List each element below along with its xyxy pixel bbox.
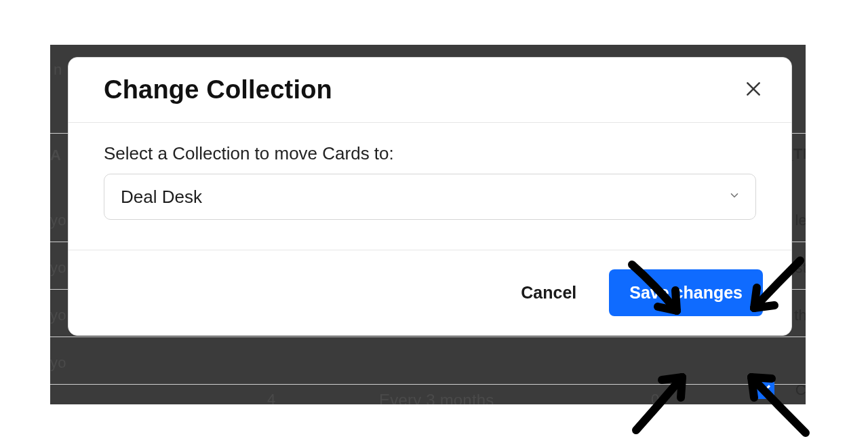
collection-select-value: Deal Desk [121,187,202,208]
close-icon [745,80,762,100]
collection-select-label: Select a Collection to move Cards to: [104,143,756,164]
modal-header: Change Collection [68,58,791,123]
cancel-button[interactable]: Cancel [518,273,579,312]
screenshot-frame: n A yo yo yo yo 4 Every 3 months 0 _TI l… [50,45,806,404]
modal-body: Select a Collection to move Cards to: De… [68,123,791,250]
change-collection-modal: Change Collection Select a Collection to… [68,57,792,336]
collection-select[interactable]: Deal Desk [104,174,756,220]
modal-title: Change Collection [104,75,332,104]
close-button[interactable] [743,79,764,101]
modal-footer: Cancel Save changes [68,250,791,335]
save-changes-button[interactable]: Save changes [609,269,763,316]
chevron-down-icon [728,189,741,204]
stage: n A yo yo yo yo 4 Every 3 months 0 _TI l… [0,0,868,441]
